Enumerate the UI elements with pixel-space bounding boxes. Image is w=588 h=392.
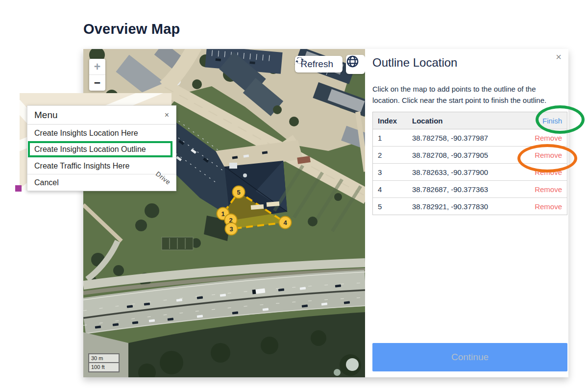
row-location: 38.782687, -90.377363	[412, 185, 524, 194]
context-menu-item-label: Cancel	[34, 178, 59, 187]
context-menu-close-icon[interactable]: ×	[165, 111, 169, 120]
scale-control: 30 m 100 ft	[88, 353, 120, 372]
table-row: 5 38.782921, -90.377830 Remove	[373, 198, 567, 215]
context-menu-item-label: Create Insights Location Here	[34, 129, 138, 138]
panel-title: Outline Location	[372, 56, 457, 70]
table-row: 1 38.782758, -90.377987 Remove	[373, 129, 567, 147]
row-index: 5	[373, 202, 412, 211]
context-menu-header: Menu ×	[27, 106, 176, 124]
row-location: 38.782708, -90.377905	[412, 151, 524, 159]
table-row: 4 38.782687, -90.377363 Remove	[373, 181, 567, 198]
outline-marker[interactable]: 3	[225, 223, 238, 235]
svg-text:4: 4	[283, 219, 287, 226]
outline-location-panel: Outline Location × Click on the map to a…	[365, 49, 568, 377]
points-table-body: 1 38.782758, -90.377987 Remove 2 38.7827…	[373, 129, 567, 215]
context-menu-item-label: Create Traffic Insights Here	[34, 162, 129, 171]
context-menu-item[interactable]: Create Traffic Insights Here	[27, 157, 176, 174]
zoom-out-button[interactable]: −	[89, 74, 105, 91]
finish-link[interactable]: Finish	[524, 117, 567, 125]
table-row: 2 38.782708, -90.377905 Remove	[373, 147, 567, 164]
continue-button[interactable]: Continue	[372, 343, 567, 371]
svg-text:5: 5	[237, 189, 240, 196]
remove-link[interactable]: Remove	[524, 185, 567, 194]
page-title: Overview Map	[83, 21, 180, 37]
context-menu-item[interactable]: Create Insights Location Here	[27, 124, 176, 141]
panel-instructions: Click on the map to add points to the ou…	[372, 83, 558, 106]
context-menu-item[interactable]: Cancel	[27, 174, 176, 191]
points-table-header: Index Location Finish	[373, 112, 567, 129]
context-menu-title: Menu	[34, 110, 165, 121]
header-location: Location	[412, 117, 524, 125]
refresh-button-label: Refresh	[300, 59, 333, 70]
remove-link[interactable]: Remove	[524, 151, 567, 159]
row-index: 4	[373, 185, 412, 194]
map-context-menu: Menu × Create Insights Location Here Cre…	[27, 105, 176, 191]
globe-layer-button[interactable]	[346, 55, 365, 74]
svg-text:3: 3	[229, 225, 233, 233]
scale-metric: 30 m	[88, 353, 120, 363]
outline-marker[interactable]: 5	[233, 186, 245, 198]
row-location: 38.782758, -90.377987	[412, 134, 524, 142]
outline-marker[interactable]: 4	[279, 217, 292, 229]
context-menu-item-label: Create Insights Location Outline	[34, 145, 146, 154]
context-menu-item[interactable]: Create Insights Location Outline	[28, 141, 172, 157]
row-location: 38.782921, -90.377830	[412, 202, 524, 211]
refresh-button[interactable]: Refresh	[295, 56, 343, 73]
panel-close-icon[interactable]: ×	[556, 52, 562, 62]
overview-map-page: Overview Map	[0, 0, 588, 392]
remove-link[interactable]: Remove	[524, 134, 567, 142]
points-table: Index Location Finish 1 38.782758, -90.3…	[372, 112, 567, 215]
header-index: Index	[373, 117, 412, 125]
row-index: 2	[373, 151, 412, 159]
remove-link[interactable]: Remove	[524, 202, 567, 211]
context-menu-items: Create Insights Location Here Create Ins…	[27, 124, 176, 191]
scale-imperial: 100 ft	[88, 363, 120, 372]
zoom-in-button[interactable]: +	[89, 59, 105, 74]
svg-text:1: 1	[221, 210, 224, 218]
remove-link[interactable]: Remove	[524, 168, 567, 176]
row-location: 38.782633, -90.377900	[412, 168, 524, 176]
table-row: 3 38.782633, -90.377900 Remove	[373, 164, 567, 181]
row-index: 1	[373, 134, 412, 142]
zoom-control: + −	[89, 59, 105, 91]
map-poi-marker	[15, 185, 22, 192]
row-index: 3	[373, 168, 412, 176]
